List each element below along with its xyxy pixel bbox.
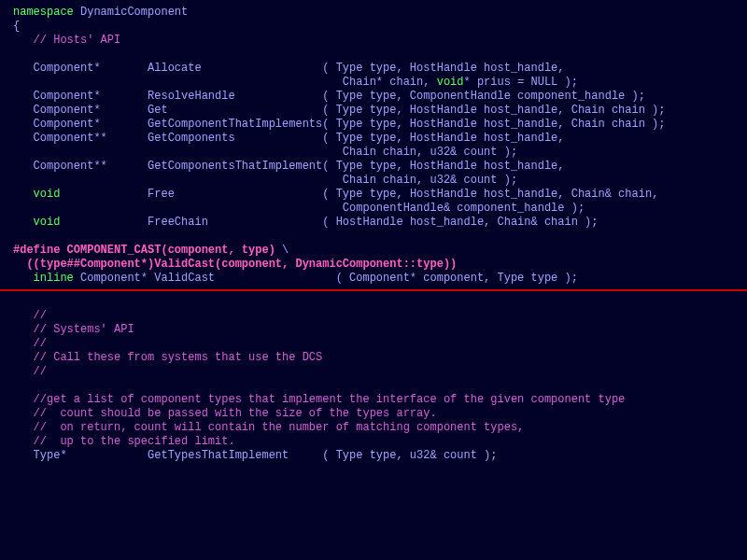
comment-hosts-api: // Hosts' API bbox=[13, 34, 120, 47]
brace-open: { bbox=[13, 20, 20, 33]
line-free-cont: ComponentHandle& component_handle ); bbox=[13, 202, 585, 215]
code-block-2: // // Systems' API // // Call these from… bbox=[0, 295, 747, 463]
line-gettypes: Type* GetTypesThatImplement ( Type type,… bbox=[13, 449, 497, 462]
comment-c: // bbox=[13, 337, 47, 350]
line-resolve: Component* ResolveHandle ( Type type, Co… bbox=[13, 90, 645, 103]
kw-namespace: namespace bbox=[13, 6, 74, 19]
pp-backslash: \ bbox=[282, 244, 289, 257]
kw-void-free: void bbox=[13, 188, 60, 201]
line-allocate-cont-b: * prius = NULL ); bbox=[464, 76, 578, 89]
pp-define-body: ((type##Component*)ValidCast(component, … bbox=[13, 258, 457, 271]
kw-inline: inline bbox=[13, 272, 74, 285]
line-get: Component* Get ( Type type, HostHandle h… bbox=[13, 104, 666, 117]
comment-i: // up to the specified limit. bbox=[13, 435, 235, 448]
line-allocate-cont-a: Chain* chain, bbox=[13, 76, 437, 89]
line-allocate: Component* Allocate ( Type type, HostHan… bbox=[13, 62, 565, 75]
comment-e: // bbox=[13, 365, 47, 378]
line-freechain: FreeChain ( HostHandle host_handle, Chai… bbox=[60, 216, 598, 229]
divider bbox=[0, 289, 747, 291]
line-getcomponents: Component** GetComponents ( Type type, H… bbox=[13, 132, 565, 145]
line-getcompsthatimpl: Component** GetComponentsThatImplement( … bbox=[13, 160, 565, 173]
comment-f: //get a list of component types that imp… bbox=[13, 393, 625, 406]
line-free: Free ( Type type, HostHandle host_handle… bbox=[60, 188, 658, 201]
line-getcompsthatimpl-cont: Chain chain, u32& count ); bbox=[13, 174, 517, 187]
line-getthatimpl: Component* GetComponentThatImplements( T… bbox=[13, 118, 666, 131]
line-getcomponents-cont: Chain chain, u32& count ); bbox=[13, 146, 517, 159]
comment-systems-api: // Systems' API bbox=[13, 323, 134, 336]
comment-d: // Call these from systems that use the … bbox=[13, 351, 322, 364]
comment-h: // on return, count will contain the num… bbox=[13, 421, 524, 434]
code-block: namespace DynamicComponent { // Hosts' A… bbox=[0, 6, 747, 286]
comment-a: // bbox=[13, 309, 47, 322]
ns-name: DynamicComponent bbox=[74, 6, 188, 19]
comment-g: // count should be passed with the size … bbox=[13, 407, 437, 420]
kw-void: void bbox=[437, 76, 464, 89]
line-validcast: Component* ValidCast ( Component* compon… bbox=[74, 272, 578, 285]
pp-define: #define COMPONENT_CAST(component, type) bbox=[13, 244, 282, 257]
kw-void-freechain: void bbox=[13, 216, 60, 229]
